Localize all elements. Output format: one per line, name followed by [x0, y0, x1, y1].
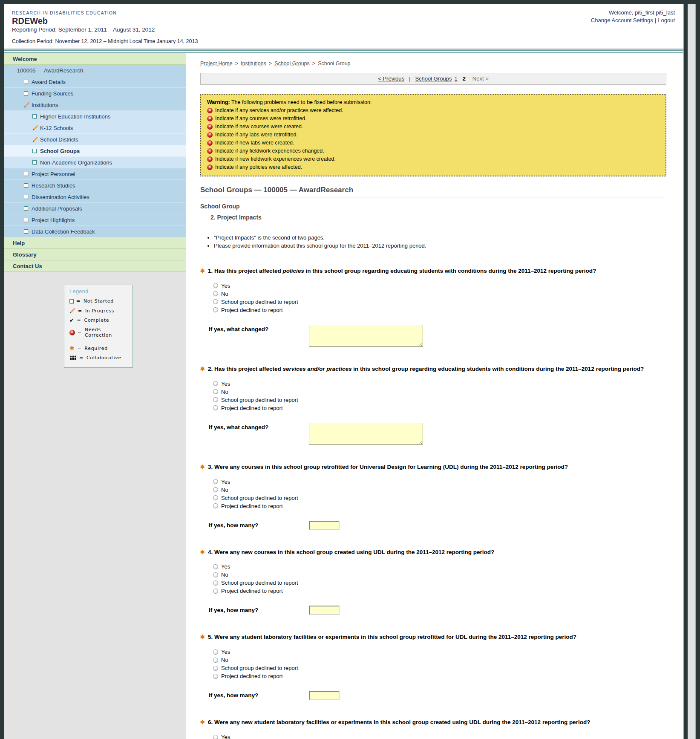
sidebar-item-label: Research Studies [32, 182, 75, 189]
radio-option-school-group-declined-to-report-q2[interactable]: School group declined to report [213, 396, 666, 404]
radio-button[interactable] [213, 580, 218, 586]
radio-option-school-group-declined-to-report-q4[interactable]: School group declined to report [213, 579, 666, 587]
radio-button[interactable] [213, 299, 218, 304]
logout-link[interactable]: Logout [658, 17, 675, 23]
radio-option-yes-q5[interactable]: Yes [213, 648, 666, 656]
error-icon: ✕ [207, 116, 213, 121]
page-header: RESEARCH IN DISABILITIES EDUCATION RDEWe… [4, 4, 683, 49]
instruction-note: Please provide information about this sc… [214, 242, 666, 249]
sidebar-item-k-12-schools[interactable]: K-12 Schools [4, 122, 186, 134]
radio-option-no-q5[interactable]: No [213, 656, 666, 664]
legend-label: Not Started [84, 298, 114, 304]
radio-option-no-q4[interactable]: No [213, 571, 666, 579]
sidebar-item-label: Dissemination Activities [32, 194, 89, 200]
sidebar-item-additional-proposals[interactable]: Additional Proposals [4, 203, 186, 214]
status-icon-cell [32, 149, 40, 153]
radio-button[interactable] [213, 307, 218, 312]
legend-item-complete: ✔=Complete [69, 318, 128, 323]
sidebar-item-research-studies[interactable]: Research Studies [4, 180, 186, 191]
sidebar-item-data-collection-feedback[interactable]: Data Collection Feedback [4, 226, 186, 237]
sidebar-item-glossary[interactable]: Glossary [4, 249, 186, 260]
sidebar-item-contact-us[interactable]: Contact Us [4, 260, 186, 272]
sidebar-item-institutions[interactable]: Institutions [4, 99, 186, 111]
followup-label: If yes, what changed? [209, 423, 309, 430]
question-2: ✱2. Has this project affected services a… [200, 365, 666, 445]
radio-option-school-group-declined-to-report-q1[interactable]: School group declined to report [213, 298, 666, 306]
application-window: RESEARCH IN DISABILITIES EDUCATION RDEWe… [4, 4, 684, 739]
sidebar-item-school-districts[interactable]: School Districts [4, 134, 186, 145]
radio-option-yes-q6[interactable]: Yes [213, 733, 666, 739]
breadcrumb-link-institutions[interactable]: Institutions [241, 61, 266, 66]
school-groups-list-link[interactable]: School Groups [415, 75, 452, 82]
collection-period: Collection Period: November 12, 2012 – M… [12, 38, 676, 44]
radio-option-no-q2[interactable]: No [213, 388, 666, 396]
radio-option-yes-q4[interactable]: Yes [213, 563, 666, 571]
radio-button[interactable] [213, 397, 218, 402]
radio-button[interactable] [213, 572, 218, 577]
inprogress-icon [32, 125, 38, 131]
sidebar-item-school-groups[interactable]: School Groups [4, 145, 186, 157]
how-many-input-q3[interactable] [309, 521, 340, 530]
radio-button[interactable] [213, 405, 218, 410]
radio-button[interactable] [213, 487, 218, 492]
sidebar-item-funding-sources[interactable]: Funding Sources [4, 88, 186, 99]
followup-row: If yes, how many? [209, 521, 666, 530]
radio-button[interactable] [213, 503, 218, 508]
radio-option-school-group-declined-to-report-q3[interactable]: School group declined to report [213, 494, 666, 502]
radio-button[interactable] [213, 495, 218, 500]
legend-item-collaborative: =Collaborative [69, 355, 128, 361]
radio-button[interactable] [213, 479, 218, 484]
radio-option-school-group-declined-to-report-q5[interactable]: School group declined to report [213, 664, 666, 672]
radio-option-yes-q1[interactable]: Yes [213, 282, 666, 290]
status-icon-cell [24, 195, 32, 199]
how-many-input-q4[interactable] [309, 606, 340, 615]
radio-option-yes-q2[interactable]: Yes [213, 380, 666, 388]
radio-option-no-q3[interactable]: No [213, 486, 666, 494]
what-changed-textarea-q1[interactable] [309, 325, 423, 347]
radio-option-no-q1[interactable]: No [213, 290, 666, 298]
sidebar-item-label: 100005 — AwardResearch [17, 67, 83, 74]
sidebar-item-project-highlights[interactable]: Project Highlights [4, 214, 186, 226]
question-1: ✱1. Has this project affected policies i… [200, 267, 666, 347]
radio-label: No [221, 389, 228, 395]
sidebar-item-higher-education-institutions[interactable]: Higher Education Institutions [4, 111, 186, 122]
how-many-input-q5[interactable] [309, 691, 340, 700]
previous-page-link[interactable]: < Previous [378, 75, 404, 82]
radio-button[interactable] [213, 735, 218, 739]
radio-option-project-declined-to-report-q3[interactable]: Project declined to report [213, 502, 666, 510]
sidebar-item-dissemination-activities[interactable]: Dissemination Activities [4, 191, 186, 203]
warning-item: ✕Indicate if any policies were affected. [207, 164, 660, 170]
sidebar-item-award-details[interactable]: Award Details [4, 76, 186, 88]
radio-button[interactable] [213, 564, 218, 569]
radio-button[interactable] [213, 589, 218, 594]
radio-button[interactable] [213, 389, 218, 394]
radio-button[interactable] [213, 674, 218, 679]
sidebar-item-100005-awardresearch[interactable]: 100005 — AwardResearch [4, 65, 186, 76]
radio-option-project-declined-to-report-q2[interactable]: Project declined to report [213, 404, 666, 412]
breadcrumb-link-school-groups[interactable]: School Groups [274, 61, 310, 66]
sidebar-item-welcome[interactable]: Welcome [4, 53, 186, 65]
instruction-notes: "Project Impacts" is the second of two p… [214, 234, 666, 249]
radio-option-project-declined-to-report-q1[interactable]: Project declined to report [213, 306, 666, 314]
followup-label: If yes, how many? [209, 606, 309, 613]
vertical-scrollbar[interactable] [688, 4, 696, 739]
sidebar-item-label: Funding Sources [32, 90, 73, 97]
radio-button[interactable] [213, 658, 218, 663]
sidebar-nav-list: Welcome100005 — AwardResearchAward Detai… [4, 53, 186, 272]
radio-button[interactable] [213, 650, 218, 655]
radio-option-project-declined-to-report-q5[interactable]: Project declined to report [213, 672, 666, 680]
radio-button[interactable] [213, 283, 218, 288]
page-number-link-1[interactable]: 1 [454, 75, 457, 82]
radio-option-project-declined-to-report-q4[interactable]: Project declined to report [213, 587, 666, 595]
radio-button[interactable] [213, 381, 218, 386]
radio-option-yes-q3[interactable]: Yes [213, 478, 666, 486]
radio-button[interactable] [213, 666, 218, 671]
sidebar-item-non-academic-organizations[interactable]: Non-Academic Organizations [4, 157, 186, 168]
required-icon: ✱ [200, 633, 205, 641]
radio-button[interactable] [213, 291, 218, 296]
sidebar-item-help[interactable]: Help [4, 237, 186, 249]
breadcrumb-link-project-home[interactable]: Project Home [200, 61, 233, 66]
sidebar-item-project-personnel[interactable]: Project Personnel [4, 168, 186, 180]
change-account-settings-link[interactable]: Change Account Settings [591, 17, 653, 23]
what-changed-textarea-q2[interactable] [309, 423, 423, 445]
